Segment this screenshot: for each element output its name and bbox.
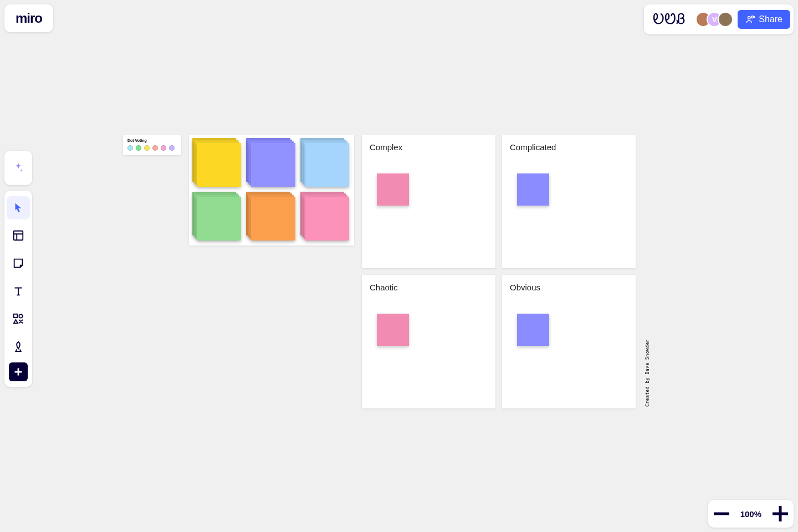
- quadrant-label: Complex: [370, 142, 488, 152]
- quadrant-label: Chaotic: [370, 283, 488, 292]
- sticky-stack[interactable]: [196, 195, 239, 239]
- sticky-note[interactable]: [517, 173, 549, 206]
- dot-voting-panel[interactable]: Dot Voting: [123, 135, 181, 155]
- sticky-note[interactable]: [377, 173, 409, 206]
- quadrant-frame[interactable]: Complicated: [502, 135, 636, 268]
- voting-dot[interactable]: [169, 145, 175, 151]
- dot-voting-colors: [127, 145, 177, 151]
- sticky-stack[interactable]: [304, 195, 347, 239]
- voting-dot[interactable]: [127, 145, 133, 151]
- voting-dot[interactable]: [136, 145, 141, 151]
- sticky-stack[interactable]: [249, 195, 293, 239]
- sticky-note[interactable]: [517, 314, 549, 346]
- voting-dot[interactable]: [144, 145, 150, 151]
- voting-dot[interactable]: [161, 145, 166, 151]
- sticky-note[interactable]: [377, 314, 409, 346]
- quadrant-frame[interactable]: Chaotic: [362, 275, 495, 408]
- sticky-stack[interactable]: [196, 141, 239, 185]
- quadrant-frame[interactable]: Complex: [362, 135, 495, 268]
- voting-dot[interactable]: [152, 145, 158, 151]
- sticky-stack[interactable]: [249, 141, 293, 185]
- quadrant-label: Complicated: [510, 142, 628, 152]
- sticky-stack[interactable]: [304, 141, 347, 185]
- canvas[interactable]: Dot Voting ComplexComplicatedChaoticObvi…: [0, 0, 798, 532]
- quadrant-label: Obvious: [510, 283, 628, 292]
- sticky-palette-frame[interactable]: [189, 135, 354, 245]
- credit-text: Created by Dave Snowden: [645, 339, 650, 407]
- quadrant-frame[interactable]: Obvious: [502, 275, 636, 408]
- dot-voting-title: Dot Voting: [127, 139, 177, 142]
